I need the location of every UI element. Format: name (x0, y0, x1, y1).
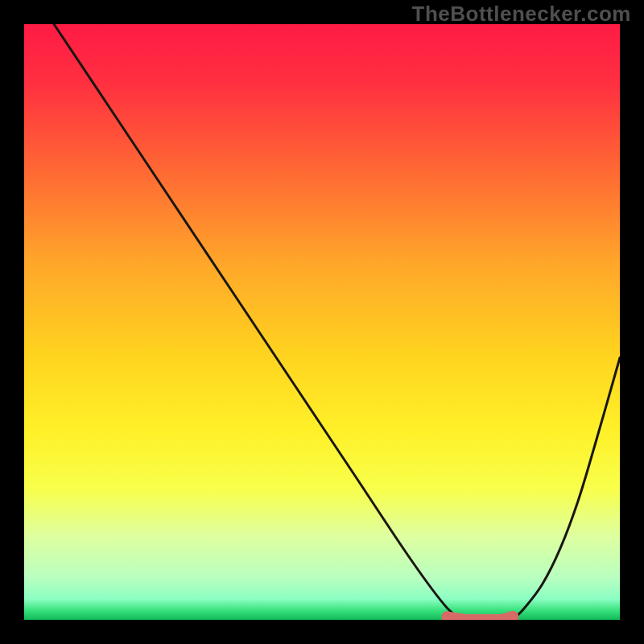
chart-frame: TheBottlenecker.com (0, 0, 644, 644)
valley-marker-line (447, 617, 512, 620)
chart-svg (24, 24, 620, 620)
plot-area (24, 24, 620, 620)
watermark-text: TheBottlenecker.com (412, 2, 631, 27)
